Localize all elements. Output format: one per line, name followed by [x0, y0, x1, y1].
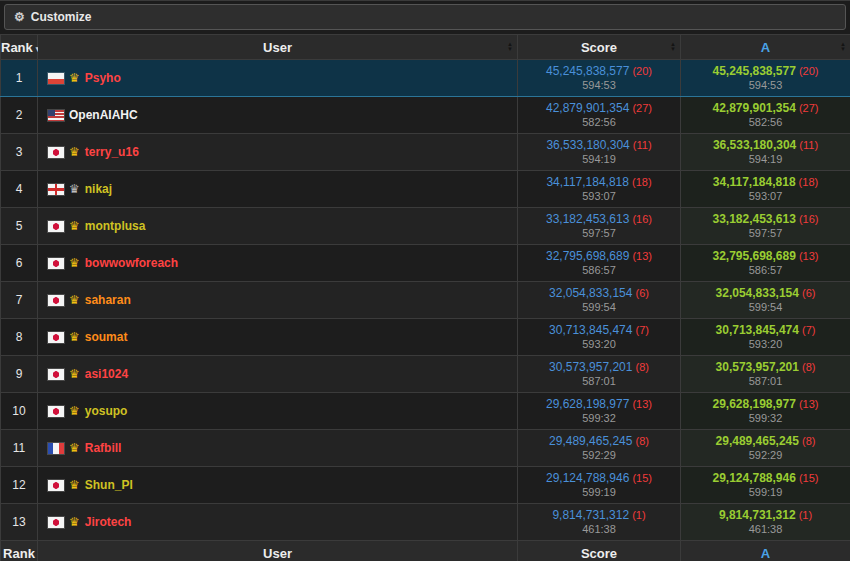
- score-value: 30,713,845,474: [549, 323, 632, 337]
- footer-header-row: Rank User Score A: [1, 541, 850, 561]
- penalty-count: (8): [799, 435, 816, 447]
- penalty-count: (13): [629, 250, 652, 262]
- elapsed-time: 461:38: [681, 524, 850, 535]
- rank-header[interactable]: Rank▾: [1, 35, 38, 60]
- score-line: 45,245,838,577 (20): [518, 65, 680, 77]
- score-value: 32,054,833,154: [549, 286, 632, 300]
- problem-a-header[interactable]: A ▲▼: [681, 35, 850, 60]
- score-cell: 29,628,198,977 (13)599:32: [518, 393, 681, 430]
- penalty-count: (11): [630, 139, 652, 151]
- score-wrap: 30,713,845,474 (7)593:20: [518, 324, 680, 350]
- penalty-count: (6): [632, 287, 649, 299]
- score-cell: 30,713,845,474 (7)593:20: [518, 319, 681, 356]
- user-cell: ♛Jirotech: [38, 504, 518, 541]
- score-line: 34,117,184,818 (18): [518, 176, 680, 188]
- crown-gold-icon: ♛: [69, 220, 80, 232]
- username-link[interactable]: bowwowforeach: [85, 256, 178, 270]
- elapsed-time: 599:54: [681, 302, 850, 313]
- score-line: 29,124,788,946 (15): [681, 472, 850, 484]
- elapsed-time: 599:32: [518, 413, 680, 424]
- standings-table: Rank▾ User ▲▼ Score ▲▼ A: [0, 34, 850, 561]
- username-link[interactable]: asi1024: [85, 367, 128, 381]
- elapsed-time: 587:01: [681, 376, 850, 387]
- customize-button[interactable]: ⚙ Customize: [4, 4, 846, 30]
- standings-row: 8♛soumat30,713,845,474 (7)593:2030,713,8…: [1, 319, 850, 356]
- username-link[interactable]: nikaj: [85, 182, 112, 196]
- score-line: 29,124,788,946 (15): [518, 472, 680, 484]
- crown-gold-icon: ♛: [69, 331, 80, 343]
- score-line: 29,628,198,977 (13): [518, 398, 680, 410]
- username-link[interactable]: Shun_PI: [85, 478, 133, 492]
- problem-a-cell: 32,054,833,154 (6)599:54: [681, 282, 850, 319]
- standings-page: ⚙ Customize Rank▾ User ▲▼ Score: [0, 0, 850, 561]
- user-inner: ♛soumat: [38, 330, 517, 344]
- crown-gold-icon: ♛: [69, 368, 80, 380]
- username-link[interactable]: Jirotech: [85, 515, 132, 529]
- username-link[interactable]: montplusa: [85, 219, 146, 233]
- username-link[interactable]: Rafbill: [85, 441, 122, 455]
- score-wrap: 30,713,845,474 (7)593:20: [681, 324, 850, 350]
- rank-cell: 5: [1, 208, 38, 245]
- problem-a-cell: 33,182,453,613 (16)597:57: [681, 208, 850, 245]
- score-cell: 32,795,698,689 (13)586:57: [518, 245, 681, 282]
- flag-us-icon: [48, 110, 64, 121]
- elapsed-time: 594:19: [681, 154, 850, 165]
- user-cell: ♛bowwowforeach: [38, 245, 518, 282]
- penalty-count: (13): [629, 398, 652, 410]
- flag-jp-icon: [48, 517, 64, 528]
- penalty-count: (7): [632, 324, 649, 336]
- elapsed-time: 599:19: [681, 487, 850, 498]
- user-inner: ♛Shun_PI: [38, 478, 517, 492]
- username-link[interactable]: Psyho: [85, 71, 121, 85]
- standings-body: 1♛Psyho45,245,838,577 (20)594:5345,245,8…: [1, 60, 850, 541]
- rank-cell: 6: [1, 245, 38, 282]
- standings-row: 4♛nikaj34,117,184,818 (18)593:0734,117,1…: [1, 171, 850, 208]
- score-line: 42,879,901,354 (27): [681, 102, 850, 114]
- username-link[interactable]: terry_u16: [85, 145, 139, 159]
- score-line: 36,533,180,304 (11): [681, 139, 850, 151]
- problem-a-cell: 36,533,180,304 (11)594:19: [681, 134, 850, 171]
- elapsed-time: 587:01: [518, 376, 680, 387]
- score-cell: 29,489,465,245 (8)592:29: [518, 430, 681, 467]
- standings-row: 5♛montplusa33,182,453,613 (16)597:5733,1…: [1, 208, 850, 245]
- score-wrap: 9,814,731,312 (1)461:38: [518, 509, 680, 535]
- username-link[interactable]: OpenAIAHC: [69, 108, 138, 122]
- user-header[interactable]: User: [38, 541, 518, 561]
- crown-gold-icon: ♛: [69, 146, 80, 158]
- problem-a-header-label: A: [761, 40, 770, 55]
- username-link[interactable]: soumat: [85, 330, 128, 344]
- penalty-count: (27): [796, 102, 819, 114]
- score-header[interactable]: Score ▲▼: [518, 35, 681, 60]
- score-cell: 9,814,731,312 (1)461:38: [518, 504, 681, 541]
- rank-cell: 8: [1, 319, 38, 356]
- flag-jp-icon: [48, 258, 64, 269]
- username-link[interactable]: saharan: [85, 293, 131, 307]
- score-value: 42,879,901,354: [712, 101, 795, 115]
- crown-gold-icon: ♛: [69, 294, 80, 306]
- crown-gold-icon: ♛: [69, 257, 80, 269]
- problem-a-header[interactable]: A: [681, 541, 850, 561]
- score-line: 30,713,845,474 (7): [681, 324, 850, 336]
- score-line: 29,489,465,245 (8): [518, 435, 680, 447]
- user-cell: ♛asi1024: [38, 356, 518, 393]
- user-inner: ♛Psyho: [38, 71, 517, 85]
- elapsed-time: 599:32: [681, 413, 850, 424]
- rank-header[interactable]: Rank: [1, 541, 38, 561]
- score-line: 32,795,698,689 (13): [518, 250, 680, 262]
- score-line: 29,628,198,977 (13): [681, 398, 850, 410]
- crown-gold-icon: ♛: [69, 479, 80, 491]
- elapsed-time: 582:56: [518, 117, 680, 128]
- penalty-count: (27): [629, 102, 652, 114]
- sort-icon: ▲▼: [670, 42, 676, 52]
- score-header[interactable]: Score: [518, 541, 681, 561]
- elapsed-time: 586:57: [681, 265, 850, 276]
- user-header[interactable]: User ▲▼: [38, 35, 518, 60]
- rank-cell: 1: [1, 60, 38, 97]
- rank-cell: 2: [1, 97, 38, 134]
- score-value: 30,713,845,474: [716, 323, 799, 337]
- problem-a-cell: 29,489,465,245 (8)592:29: [681, 430, 850, 467]
- penalty-count: (18): [629, 176, 652, 188]
- sort-icon: ▲▼: [840, 42, 846, 52]
- username-link[interactable]: yosupo: [85, 404, 128, 418]
- rank-cell: 7: [1, 282, 38, 319]
